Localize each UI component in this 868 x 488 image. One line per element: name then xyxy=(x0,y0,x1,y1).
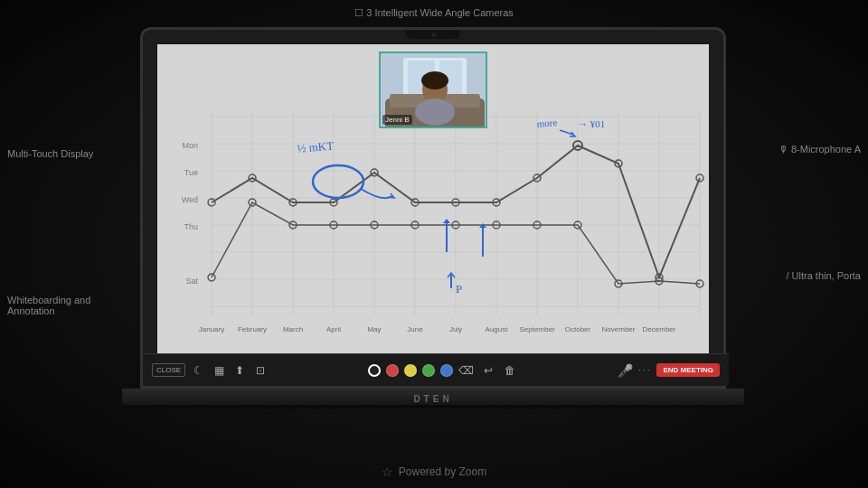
color-green[interactable] xyxy=(422,364,435,377)
whiteboard-area: Mon Tue Wed Thu Sat January February Mar… xyxy=(157,44,709,370)
svg-text:December: December xyxy=(643,325,676,333)
svg-text:January: January xyxy=(199,325,224,333)
star-icon: ☆ xyxy=(382,465,393,479)
toolbar-right-section: 🎤 ··· END MEETING xyxy=(617,362,720,379)
svg-text:Sat: Sat xyxy=(185,277,198,286)
screen-frame: Mon Tue Wed Thu Sat January February Mar… xyxy=(140,27,726,389)
color-yellow[interactable] xyxy=(404,364,417,377)
expand-icon[interactable]: ⊡ xyxy=(252,362,269,379)
close-button[interactable]: CLOSE xyxy=(152,363,185,377)
powered-by-text: Powered by Zoom xyxy=(399,465,486,478)
laptop-hinge xyxy=(122,405,744,408)
svg-text:July: July xyxy=(449,325,462,333)
laptop-frame: Mon Tue Wed Thu Sat January February Mar… xyxy=(140,27,726,416)
toolbar: CLOSE ☾ ▦ ⬆ ⊡ ⌫ ↩ 🗑 🎤 ··· xyxy=(143,353,729,386)
svg-text:Wed: Wed xyxy=(182,195,198,204)
svg-text:½ mKT: ½ mKT xyxy=(297,139,335,155)
svg-text:→ ¥01: → ¥01 xyxy=(578,118,605,129)
powered-by-zoom: ☆ Powered by Zoom xyxy=(382,465,486,479)
svg-text:August: August xyxy=(486,325,509,333)
color-black[interactable] xyxy=(368,364,381,377)
delete-icon[interactable]: 🗑 xyxy=(502,362,518,379)
more-options-icon[interactable]: ··· xyxy=(638,365,651,375)
webcam-notch xyxy=(406,30,460,39)
svg-point-65 xyxy=(313,165,363,198)
grid-icon[interactable]: ▦ xyxy=(211,362,227,379)
svg-text:Thu: Thu xyxy=(184,222,198,231)
svg-text:June: June xyxy=(407,325,423,333)
webcam-dot xyxy=(431,33,436,37)
screen-area: Mon Tue Wed Thu Sat January February Mar… xyxy=(157,44,709,370)
multi-touch-label: Multi-Touch Display xyxy=(0,145,100,163)
color-red[interactable] xyxy=(386,364,399,377)
end-meeting-button[interactable]: END MEETING xyxy=(656,363,720,377)
svg-text:Mon: Mon xyxy=(182,141,198,150)
svg-text:March: March xyxy=(283,325,303,333)
svg-text:September: September xyxy=(519,325,554,333)
svg-text:May: May xyxy=(367,325,381,333)
eraser-icon[interactable]: ⌫ xyxy=(458,362,475,379)
video-thumbnail: Jenni B xyxy=(379,52,487,128)
laptop-base: DTEN xyxy=(122,389,744,408)
ultra-thin-label: / Ultra thin, Porta xyxy=(778,267,868,285)
svg-text:October: October xyxy=(565,325,591,333)
svg-text:Tue: Tue xyxy=(184,168,198,177)
video-participant-label: Jenni B xyxy=(382,115,412,125)
svg-point-77 xyxy=(415,99,455,126)
whiteboarding-label: Whiteboarding and Annotation xyxy=(0,280,98,320)
undo-icon[interactable]: ↩ xyxy=(480,362,496,379)
top-cameras-label: ☐ 3 Intelligent Wide Angle Cameras xyxy=(354,7,514,19)
svg-text:P: P xyxy=(456,282,462,296)
toolbar-center-section: ⌫ ↩ 🗑 xyxy=(274,362,611,379)
toolbar-left-section: CLOSE ☾ ▦ ⬆ ⊡ xyxy=(152,362,269,379)
svg-text:November: November xyxy=(602,325,636,333)
svg-text:February: February xyxy=(238,325,267,333)
svg-point-76 xyxy=(421,71,448,89)
svg-text:April: April xyxy=(326,325,341,333)
share-icon[interactable]: ⬆ xyxy=(231,362,248,379)
svg-text:more: more xyxy=(536,117,558,129)
microphone-label: 🎙 8-Microphone A xyxy=(771,140,868,158)
microphone-icon[interactable]: 🎤 xyxy=(617,362,633,379)
color-blue[interactable] xyxy=(440,364,453,377)
moon-icon[interactable]: ☾ xyxy=(190,362,206,379)
laptop-brand: DTEN xyxy=(413,394,452,404)
